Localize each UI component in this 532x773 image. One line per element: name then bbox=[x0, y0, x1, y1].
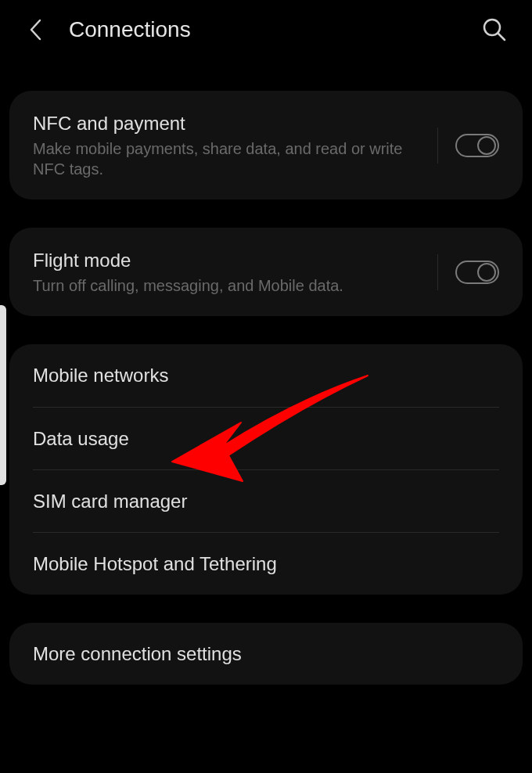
mobile-networks-item[interactable]: Mobile networks bbox=[33, 344, 499, 407]
divider bbox=[437, 254, 438, 290]
nfc-text: NFC and payment Make mobile payments, sh… bbox=[33, 111, 420, 179]
hotspot-label: Mobile Hotspot and Tethering bbox=[33, 552, 277, 576]
more-settings-label: More connection settings bbox=[33, 642, 242, 666]
more-card: More connection settings bbox=[9, 623, 523, 685]
flight-text: Flight mode Turn off calling, messaging,… bbox=[33, 248, 420, 296]
data-usage-item[interactable]: Data usage bbox=[33, 408, 499, 470]
scroll-indicator[interactable] bbox=[0, 305, 6, 485]
sim-manager-label: SIM card manager bbox=[33, 489, 187, 513]
divider bbox=[437, 128, 438, 164]
nfc-card: NFC and payment Make mobile payments, sh… bbox=[9, 91, 523, 200]
more-settings-item[interactable]: More connection settings bbox=[33, 623, 499, 685]
header: Connections bbox=[0, 0, 532, 59]
flight-card: Flight mode Turn off calling, messaging,… bbox=[9, 228, 523, 316]
flight-mode-item[interactable]: Flight mode Turn off calling, messaging,… bbox=[33, 228, 499, 316]
nfc-payment-item[interactable]: NFC and payment Make mobile payments, sh… bbox=[33, 91, 499, 200]
search-button[interactable] bbox=[480, 16, 509, 44]
back-button[interactable] bbox=[23, 18, 47, 41]
search-icon bbox=[482, 17, 507, 42]
nfc-toggle[interactable] bbox=[455, 134, 499, 157]
nfc-subtitle: Make mobile payments, share data, and re… bbox=[33, 138, 420, 179]
mobile-networks-label: Mobile networks bbox=[33, 363, 168, 387]
flight-toggle[interactable] bbox=[455, 261, 499, 284]
networks-card: Mobile networks Data usage SIM card mana… bbox=[9, 344, 523, 595]
page-title: Connections bbox=[69, 17, 191, 42]
header-left: Connections bbox=[23, 17, 191, 42]
flight-subtitle: Turn off calling, messaging, and Mobile … bbox=[33, 275, 420, 296]
settings-content: NFC and payment Make mobile payments, sh… bbox=[0, 59, 532, 685]
chevron-left-icon bbox=[28, 18, 42, 41]
svg-line-1 bbox=[498, 34, 505, 41]
sim-manager-item[interactable]: SIM card manager bbox=[33, 470, 499, 533]
flight-title: Flight mode bbox=[33, 248, 420, 272]
hotspot-item[interactable]: Mobile Hotspot and Tethering bbox=[33, 533, 499, 595]
nfc-title: NFC and payment bbox=[33, 111, 420, 135]
data-usage-label: Data usage bbox=[33, 426, 129, 451]
